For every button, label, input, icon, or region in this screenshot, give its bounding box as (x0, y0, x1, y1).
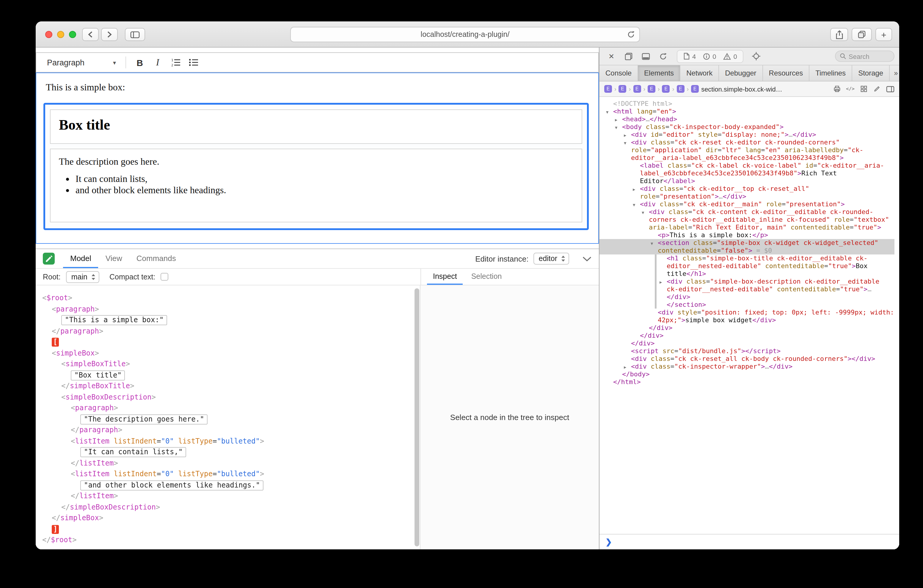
tab-network[interactable]: Network (680, 66, 719, 81)
dom-tree-line[interactable]: <h1 class="simple-box-title ck-editor__e… (599, 255, 895, 278)
compact-text-checkbox[interactable] (161, 273, 168, 281)
tab-debugger[interactable]: Debugger (719, 66, 763, 81)
bulleted-list-button[interactable] (184, 55, 202, 70)
dom-tree-line[interactable]: </body> (599, 370, 895, 378)
close-devtools-button[interactable]: ✕ (604, 50, 619, 63)
italic-button[interactable]: I (149, 55, 166, 70)
model-tree-line[interactable]: <paragraph> (36, 304, 420, 315)
source-code-button[interactable]: </> (846, 86, 855, 92)
model-tree-line[interactable]: "This is a simple box:" (36, 315, 420, 325)
dom-tree-line[interactable]: ▼<div class="ck ck-editor__main" role="p… (599, 200, 895, 208)
dom-tree-line[interactable]: </section> (599, 301, 895, 309)
dom-tree-line[interactable]: </html> (599, 378, 895, 386)
model-tree-line[interactable]: <simpleBox> (36, 348, 420, 358)
model-tree-line[interactable]: </simpleBoxTitle> (36, 381, 420, 391)
model-tree-line[interactable]: "and other block elements like headings.… (36, 480, 420, 491)
dom-tree-line[interactable]: ▼<div class="ck ck-content ck-editor__ed… (599, 208, 895, 231)
element-picker-button[interactable] (749, 50, 763, 63)
numbered-list-button[interactable]: 12 (166, 55, 184, 70)
resource-count-badge[interactable]: 4 (683, 52, 696, 60)
box-title-text[interactable]: Box title (59, 117, 573, 133)
dom-tree-line[interactable]: ▶<div id="editor" style="display: none;"… (599, 131, 895, 138)
dom-tree-line[interactable]: <p>This is a simple box:</p> (599, 231, 895, 239)
dom-tree-line[interactable]: <label class="ck ck-label ck-voice-label… (599, 162, 895, 185)
model-tree-line[interactable]: "Box title" (36, 370, 420, 381)
console-prompt-bar[interactable]: ❯ (599, 534, 899, 549)
model-tree-line[interactable]: </paragraph> (36, 424, 420, 435)
tab-selection[interactable]: Selection (465, 269, 508, 285)
close-window-button[interactable] (45, 31, 53, 38)
back-button[interactable] (82, 28, 99, 41)
simple-box-title[interactable]: Box title (50, 109, 582, 144)
tab-storage[interactable]: Storage (852, 66, 890, 81)
breadcrumb-element-badge[interactable]: E (691, 85, 699, 93)
expanded-arrow-icon[interactable]: ▼ (642, 209, 644, 217)
tab-inspect[interactable]: Inspect (427, 269, 463, 285)
editor-instance-select[interactable]: editor (533, 253, 569, 264)
dom-tree-line[interactable]: ▼<body class="ck-inspector-body-expanded… (599, 123, 895, 131)
dock-side-button[interactable] (639, 50, 653, 63)
dom-tree-line[interactable]: ▶<head>…</head> (599, 115, 895, 123)
intro-paragraph[interactable]: This is a simple box: (46, 82, 598, 93)
breadcrumb-element-badge[interactable]: E (633, 85, 641, 93)
dom-tree-line[interactable]: </div> (599, 324, 895, 332)
new-tab-button[interactable]: + (875, 28, 892, 41)
tab-overflow-button[interactable]: » (894, 69, 898, 77)
tab-model[interactable]: Model (63, 249, 99, 268)
devtools-search[interactable] (835, 51, 895, 62)
sidebar-toggle-button[interactable] (125, 28, 145, 41)
model-tree-line[interactable]: <listItem listIndent="0" listType="bulle… (36, 468, 420, 480)
breadcrumb-element-badge[interactable]: E (662, 85, 670, 93)
model-tree-line[interactable]: </listItem> (36, 458, 420, 468)
model-tree-line[interactable]: </$root> (36, 534, 420, 545)
dom-tree-line[interactable]: <div style="position: fixed; top: 0px; l… (599, 309, 895, 324)
text-node[interactable]: "Box title" (71, 370, 125, 380)
grid-button[interactable] (860, 85, 868, 93)
model-tree-line[interactable]: <simpleBoxDescription> (36, 391, 420, 402)
model-tree-line[interactable]: <listItem listIndent="0" listType="bulle… (36, 435, 420, 447)
model-tree-line[interactable]: </simpleBoxDescription> (36, 501, 420, 512)
box-description-text[interactable]: The description goes here. (59, 156, 573, 167)
scrollbar-thumb[interactable] (414, 288, 419, 546)
dom-tree-line[interactable]: <div class="ck ck-reset_all ck-body ck-r… (599, 355, 895, 363)
forward-button[interactable] (101, 28, 118, 41)
tab-overview-button[interactable] (852, 28, 872, 41)
text-node[interactable]: "The description goes here." (80, 414, 208, 424)
collapsed-arrow-icon[interactable]: ▶ (633, 186, 635, 194)
dom-tree-line[interactable]: ▶<div class="ck ck-editor__top ck-reset_… (599, 185, 895, 200)
breadcrumb-element-badge[interactable]: E (648, 85, 655, 93)
model-tree-line[interactable]: ] (36, 524, 420, 534)
error-count-badge[interactable]: 0 (703, 53, 716, 60)
model-tree-line[interactable]: [ (36, 337, 420, 348)
model-tree-line[interactable]: <simpleBoxTitle> (36, 358, 420, 370)
edit-button[interactable] (873, 85, 881, 93)
dom-tree-line[interactable]: ▼<html lang="en"> (599, 108, 895, 115)
model-tree-line[interactable]: "The description goes here." (36, 414, 420, 424)
breadcrumb-current-element[interactable]: section.simple-box.ck-wid… (701, 85, 782, 92)
reload-page-button[interactable] (656, 50, 670, 63)
search-input[interactable] (849, 53, 889, 60)
warning-count-badge[interactable]: 0 (723, 53, 737, 60)
tab-elements[interactable]: Elements (638, 66, 680, 81)
text-node[interactable]: "This is a simple box:" (61, 315, 167, 325)
text-node[interactable]: "and other block elements like headings.… (80, 480, 263, 490)
share-button[interactable] (830, 28, 848, 41)
dom-tree-line[interactable]: ▼<section class="simple-box ck-widget ck… (599, 239, 895, 255)
details-sidebar-button[interactable] (886, 85, 895, 92)
tab-console[interactable]: Console (599, 66, 638, 81)
model-tree-line[interactable]: <$root> (36, 292, 420, 304)
expanded-arrow-icon[interactable]: ▼ (650, 240, 653, 248)
tab-timelines[interactable]: Timelines (810, 66, 852, 81)
multiple-windows-button[interactable] (621, 50, 636, 63)
list-item[interactable]: and other block elements like headings. (76, 185, 573, 196)
address-bar[interactable] (290, 27, 640, 42)
dom-tree-line[interactable]: <script src="dist/bundle.js"></script> (599, 347, 895, 355)
url-input[interactable] (291, 27, 639, 42)
list-item[interactable]: It can contain lists, (76, 174, 573, 185)
root-select[interactable]: main (66, 271, 99, 283)
bold-button[interactable]: B (131, 55, 149, 70)
simple-box-widget[interactable]: Box title The description goes here. It … (43, 103, 589, 230)
tab-view[interactable]: View (99, 249, 129, 268)
dom-tree-line[interactable]: ▶<div class="simple-box-description ck-e… (599, 278, 895, 301)
model-tree-line[interactable]: <paragraph> (36, 402, 420, 414)
